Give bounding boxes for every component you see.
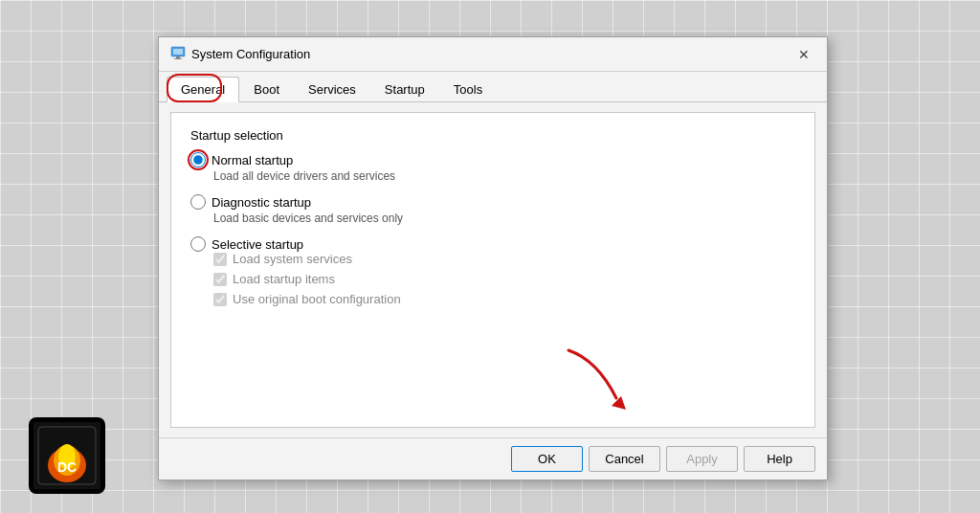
dialog-title: System Configuration	[191, 47, 310, 61]
digichasers-logo: DC	[29, 417, 105, 494]
radio-row-selective: Selective startup	[190, 236, 795, 252]
ok-button[interactable]: OK	[511, 446, 583, 472]
label-normal[interactable]: Normal startup	[212, 153, 293, 167]
tab-bar: General Boot Services Startup Tools	[159, 72, 827, 102]
radio-option-normal: Normal startup Load all device drivers a…	[190, 152, 795, 183]
svg-rect-1	[173, 49, 183, 55]
cancel-button[interactable]: Cancel	[589, 446, 660, 472]
radio-selective[interactable]	[190, 236, 206, 252]
svg-rect-2	[176, 56, 180, 58]
label-load-system[interactable]: Load system services	[233, 252, 352, 266]
desc-diagnostic: Load basic devices and services only	[213, 212, 795, 225]
content-area: Startup selection Normal startup Load al…	[170, 112, 815, 428]
label-selective[interactable]: Selective startup	[212, 237, 303, 252]
checkbox-row-system: Load system services	[213, 252, 795, 266]
label-load-startup[interactable]: Load startup items	[233, 272, 335, 286]
tab-boot[interactable]: Boot	[239, 77, 294, 102]
title-bar-left: System Configuration	[170, 45, 310, 63]
tab-services[interactable]: Services	[294, 77, 370, 102]
label-diagnostic[interactable]: Diagnostic startup	[212, 195, 311, 210]
title-bar: System Configuration ✕	[159, 37, 827, 72]
footer: OK Cancel Apply Help	[159, 437, 827, 480]
checkbox-row-startup: Load startup items	[213, 272, 795, 286]
tab-general[interactable]: General	[167, 77, 239, 102]
help-button[interactable]: Help	[744, 446, 815, 472]
apply-button[interactable]: Apply	[666, 446, 738, 472]
checkbox-row-boot: Use original boot configuration	[213, 292, 795, 306]
svg-text:DC: DC	[57, 459, 77, 475]
radio-row-diagnostic: Diagnostic startup	[190, 194, 795, 210]
radio-normal[interactable]	[190, 152, 206, 167]
checkbox-load-system[interactable]	[213, 253, 227, 266]
checkbox-load-startup[interactable]	[213, 273, 227, 286]
tab-tools[interactable]: Tools	[439, 77, 497, 102]
radio-group: Normal startup Load all device drivers a…	[190, 152, 795, 316]
close-button[interactable]: ✕	[792, 43, 815, 66]
section-label: Startup selection	[190, 128, 795, 143]
radio-option-selective: Selective startup Load system services L…	[190, 236, 795, 306]
radio-row-normal: Normal startup	[190, 152, 795, 167]
checkbox-use-original[interactable]	[213, 293, 227, 306]
radio-normal-wrapper	[190, 152, 206, 167]
tab-startup[interactable]: Startup	[370, 77, 439, 102]
radio-option-diagnostic: Diagnostic startup Load basic devices an…	[190, 194, 795, 225]
svg-rect-3	[174, 58, 182, 59]
label-use-original[interactable]: Use original boot configuration	[233, 292, 401, 306]
selective-checkboxes: Load system services Load startup items …	[213, 252, 795, 306]
dialog-icon	[170, 45, 186, 63]
radio-diagnostic[interactable]	[190, 194, 206, 210]
system-configuration-dialog: System Configuration ✕ General Boot Serv…	[158, 36, 828, 480]
desc-normal: Load all device drivers and services	[213, 169, 795, 183]
